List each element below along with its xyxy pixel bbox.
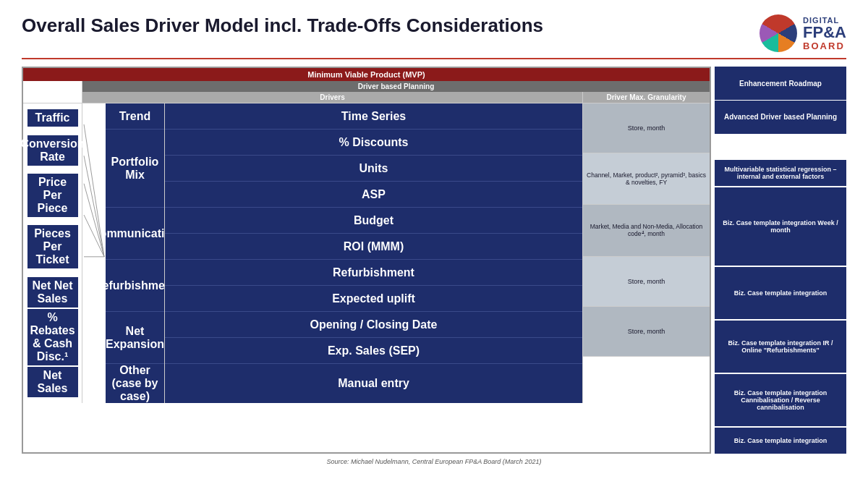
enhancement-gap-1 (715, 134, 846, 160)
granularity-store-month-3: Store, month (583, 307, 710, 357)
logo-text: DIGITAL FP&A BOARD (803, 16, 846, 51)
driver-opening-closing: Opening / Closing Date (165, 312, 582, 338)
source-text: Source: Michael Nudelmann, Central Europ… (22, 458, 846, 465)
enhancement-advanced-driver: Advanced Driver based Planning (715, 101, 846, 134)
output-conversion-rate: Conversion Rate (27, 135, 78, 166)
output-pieces-per-ticket: Pieces Per Ticket (27, 225, 78, 268)
enhancement-header: Enhancement Roadmap (715, 67, 846, 100)
category-net-expansion: Net Expansion (106, 312, 164, 364)
content-area: Traffic Conversion Rate Price Per Piece … (23, 103, 710, 403)
output-net-net-sales: Net Net Sales (27, 277, 78, 308)
driver-roi-mmm: ROI (MMM) (165, 234, 582, 260)
output-net-sales: Net Sales (27, 367, 78, 397)
driver-exp-sales-sep: Exp. Sales (SEP) (165, 338, 582, 364)
category-portfolio-mix: Portfolio Mix (106, 130, 164, 208)
granularity-store-month-1: Store, month (583, 103, 710, 153)
granularity-empty (583, 357, 710, 403)
svg-line-0 (84, 124, 104, 257)
enhancement-biz-case-1: Biz. Case template integration (715, 267, 846, 319)
driver-units: Units (165, 156, 582, 182)
diagram-container: Minimum Viable Product (MVP) Driver base… (22, 67, 846, 454)
granularity-header: Driver Max. Granularity (583, 92, 710, 103)
logo: DIGITAL FP&A BOARD (760, 14, 846, 52)
granularity-channel-market: Channel, Market, product², pyramid³, bas… (583, 153, 710, 205)
title-area: Overall Sales Driver Model incl. Trade-O… (22, 14, 543, 37)
drivers-granularity-headers: Drivers Driver Max. Granularity (82, 92, 710, 103)
drivers-granularity-area: Trend Portfolio Mix Communication Refurb… (82, 103, 710, 403)
svg-line-1 (84, 156, 104, 257)
enhancement-column: Enhancement Roadmap Advanced Driver base… (715, 67, 846, 454)
logo-circle-icon (760, 14, 797, 52)
granularity-column: Store, month Channel, Market, product², … (583, 103, 710, 403)
category-refurbishment: Refurbishment (106, 260, 164, 312)
granularity-store-month-2: Store, month (583, 257, 710, 307)
driver-planning-area: Driver based Planning Drivers Driver Max… (82, 81, 710, 103)
driver-detail-area: Trend Portfolio Mix Communication Refurb… (82, 103, 583, 403)
driver-refurbishment: Refurbishment (165, 260, 582, 286)
drivers-header: Drivers (82, 92, 583, 103)
category-column: Trend Portfolio Mix Communication Refurb… (106, 103, 165, 403)
category-other: Other (case by case) (106, 364, 164, 403)
driver-manual-entry: Manual entry (165, 364, 582, 403)
logo-fpa: FP&A (803, 25, 846, 41)
logo-board: BOARD (803, 41, 846, 51)
mvp-header: Minimum Viable Product (MVP) (23, 68, 710, 81)
mvp-section: Minimum Viable Product (MVP) Driver base… (22, 67, 711, 454)
driver-pct-discounts: % Discounts (165, 130, 582, 156)
page-title: Overall Sales Driver Model incl. Trade-O… (22, 14, 543, 37)
output-rebates: % Rebates & Cash Disc.¹ (27, 309, 78, 365)
output-traffic: Traffic (27, 109, 78, 127)
enhancement-multivariable: Multivariable statistical regression – i… (715, 160, 846, 186)
output-bottom-group: Net Net Sales % Rebates & Cash Disc.¹ Ne… (27, 277, 78, 397)
sub-headers-row: Driver based Planning Drivers Driver Max… (23, 81, 710, 103)
enhancement-biz-case-2: Biz. Case template integration (715, 428, 846, 454)
svg-line-2 (84, 184, 104, 257)
driver-asp: ASP (165, 182, 582, 208)
category-communication: Communication (106, 208, 164, 260)
enhancement-biz-case-ir: Biz. Case template integration IR / Onli… (715, 321, 846, 373)
driver-time-series: Time Series (165, 103, 582, 130)
enhancement-biz-case-cannibal: Biz. Case template integration Cannibali… (715, 374, 846, 426)
header-divider (22, 58, 846, 59)
driver-budget: Budget (165, 208, 582, 234)
page-header: Overall Sales Driver Model incl. Trade-O… (22, 14, 846, 52)
driver-planning-header: Driver based Planning (82, 81, 710, 92)
connector-lines-svg (82, 103, 106, 403)
driver-expected-uplift: Expected uplift (165, 286, 582, 312)
granularity-market-media: Market, Media and Non-Media, Allocation … (583, 205, 710, 256)
category-trend: Trend (106, 103, 164, 130)
output-price-per-piece: Price Per Piece (27, 174, 78, 217)
driver-items-column: Time Series % Discounts Units ASP Budget… (165, 103, 582, 403)
output-column: Traffic Conversion Rate Price Per Piece … (23, 103, 82, 403)
output-spacer (23, 81, 82, 103)
enhancement-biz-case-week: Biz. Case template integration Week / mo… (715, 187, 846, 266)
